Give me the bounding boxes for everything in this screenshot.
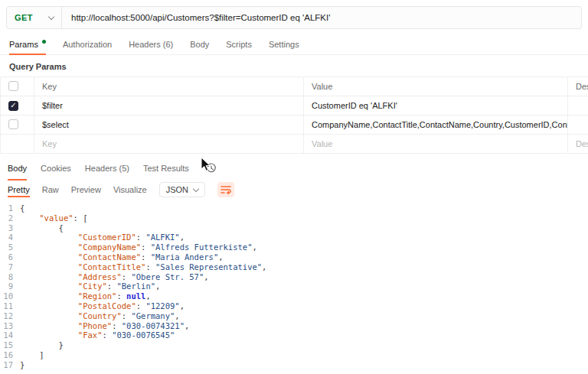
tab-label: Visualize [113, 185, 147, 194]
chevron-down-icon [48, 13, 54, 19]
line-number: 13 [0, 321, 20, 331]
response-tab-test-results[interactable]: Test Results [143, 157, 189, 180]
format-label: JSON [166, 185, 188, 194]
line-number: 12 [0, 311, 20, 321]
view-tab-visualize[interactable]: Visualize [113, 183, 147, 197]
code-text: } [20, 340, 64, 350]
checkbox-cell: ✓ [1, 96, 34, 115]
request-history-button[interactable] [206, 157, 217, 180]
param-description[interactable] [568, 115, 588, 135]
checkbox-cell [1, 115, 34, 135]
code-text: ] [20, 350, 44, 360]
code-text: "Phone": "030-0074321", [20, 321, 189, 331]
param-key[interactable]: $filter [34, 96, 304, 115]
response-tab-cookies[interactable]: Cookies [41, 157, 71, 180]
code-text: "ContactTitle": "Sales Representative", [20, 262, 266, 272]
table-header-row: KeyValueDescription [1, 77, 588, 96]
code-text: "ContactName": "Maria Anders", [20, 252, 224, 262]
line-number: 14 [0, 330, 20, 340]
tab-label: Raw [42, 185, 59, 194]
code-line: 11 "PostalCode": "12209", [0, 301, 588, 311]
wrap-text-button[interactable] [217, 182, 234, 197]
view-tab-preview[interactable]: Preview [71, 183, 101, 197]
history-clock-icon [206, 163, 217, 174]
request-tab-authorization[interactable]: Authorization [63, 34, 112, 54]
tab-label: Scripts [226, 40, 252, 49]
code-line: 5 "CompanyName": "Alfreds Futterkiste", [0, 242, 588, 252]
code-line: 9 "City": "Berlin", [0, 281, 588, 291]
code-line: 3 { [0, 223, 588, 233]
view-tab-pretty[interactable]: Pretty [8, 183, 30, 197]
request-tab-scripts[interactable]: Scripts [226, 34, 252, 54]
code-text: { [20, 223, 64, 233]
line-number: 6 [0, 252, 20, 262]
column-header-value[interactable]: Value [304, 77, 568, 96]
view-tab-raw[interactable]: Raw [42, 183, 59, 197]
param-placeholder-row: KeyValueDesc [1, 135, 588, 154]
param-key[interactable]: $select [34, 115, 304, 135]
line-number: 4 [0, 233, 20, 242]
checkbox-cell [1, 135, 34, 154]
line-number: 9 [0, 281, 20, 291]
tab-label: Authorization [63, 40, 112, 49]
response-tab-headers-5[interactable]: Headers (5) [85, 157, 129, 180]
param-key-placeholder[interactable]: Key [34, 135, 304, 154]
code-text: "Region": null, [20, 291, 151, 301]
wrap-text-icon [220, 185, 231, 194]
code-line: 6 "ContactName": "Maria Anders", [0, 252, 588, 262]
line-number: 7 [0, 262, 20, 272]
postman-window: GET http://localhost:5000/api/Customers?… [0, 6, 588, 370]
code-text: "PostalCode": "12209", [20, 301, 185, 311]
code-text: "value": [ [20, 213, 88, 223]
request-tab-params[interactable]: Params [9, 34, 46, 54]
tab-label: Headers (6) [129, 40, 173, 49]
code-text: { [20, 203, 24, 213]
request-tab-settings[interactable]: Settings [269, 34, 299, 54]
code-line: 8 "Address": "Obere Str. 57", [0, 272, 588, 282]
code-text: "CustomerID": "ALFKI", [20, 233, 185, 242]
param-description[interactable] [568, 96, 588, 115]
line-number: 1 [0, 203, 20, 213]
checkbox-checked[interactable]: ✓ [8, 101, 18, 111]
code-text: "Fax": "030-0076545" [20, 330, 175, 340]
chevron-down-icon [193, 186, 199, 192]
url-input[interactable]: http://localhost:5000/api/Customers?$fil… [62, 13, 581, 22]
response-tab-body[interactable]: Body [8, 157, 27, 180]
checkbox-unchecked[interactable] [8, 81, 18, 91]
code-line: 14 "Fax": "030-0076545" [0, 330, 588, 340]
param-value-placeholder[interactable]: Value [304, 135, 568, 154]
tab-label: Body [190, 40, 209, 49]
param-value[interactable]: CompanyName,ContactTitle,ContactName,Cou… [304, 115, 568, 135]
line-number: 8 [0, 272, 20, 282]
param-description-placeholder[interactable]: Desc [568, 135, 588, 154]
method-selector[interactable]: GET [7, 7, 62, 28]
code-text: "Address": "Obere Str. 57", [20, 272, 209, 282]
line-number: 11 [0, 301, 20, 311]
request-tab-body[interactable]: Body [190, 34, 209, 54]
code-text: "Country": "Germany", [20, 311, 180, 321]
column-header-description[interactable]: Description [568, 77, 588, 96]
code-line: 16 ] [0, 350, 588, 360]
line-number: 10 [0, 291, 20, 301]
param-row: $selectCompanyName,ContactTitle,ContactN… [1, 115, 588, 135]
code-line: 7 "ContactTitle": "Sales Representative"… [0, 262, 588, 272]
format-dropdown[interactable]: JSON [159, 182, 205, 197]
code-text: "CompanyName": "Alfreds Futterkiste", [20, 242, 257, 252]
line-number: 3 [0, 223, 20, 233]
response-tabs: BodyCookiesHeaders (5)Test Results [0, 157, 588, 180]
request-tab-headers-6[interactable]: Headers (6) [129, 34, 173, 54]
params-active-dot [42, 40, 46, 44]
code-line: 15 } [0, 340, 588, 350]
tab-label: Params [9, 40, 38, 49]
response-body-json[interactable]: 1{2 "value": [3 {4 "CustomerID": "ALFKI"… [0, 201, 588, 370]
request-tabs: ParamsAuthorizationHeaders (6)BodyScript… [0, 34, 588, 55]
method-label: GET [15, 13, 33, 22]
column-header-key[interactable]: Key [34, 77, 304, 96]
code-line: 4 "CustomerID": "ALFKI", [0, 233, 588, 242]
tab-label: Cookies [41, 164, 71, 173]
view-tabs: PrettyRawPreviewVisualize [8, 183, 147, 197]
checkbox-cell [1, 77, 34, 96]
code-line: 17} [0, 360, 588, 370]
param-value[interactable]: CustomerID eq 'ALFKI' [304, 96, 568, 115]
checkbox-unchecked[interactable] [8, 119, 18, 129]
